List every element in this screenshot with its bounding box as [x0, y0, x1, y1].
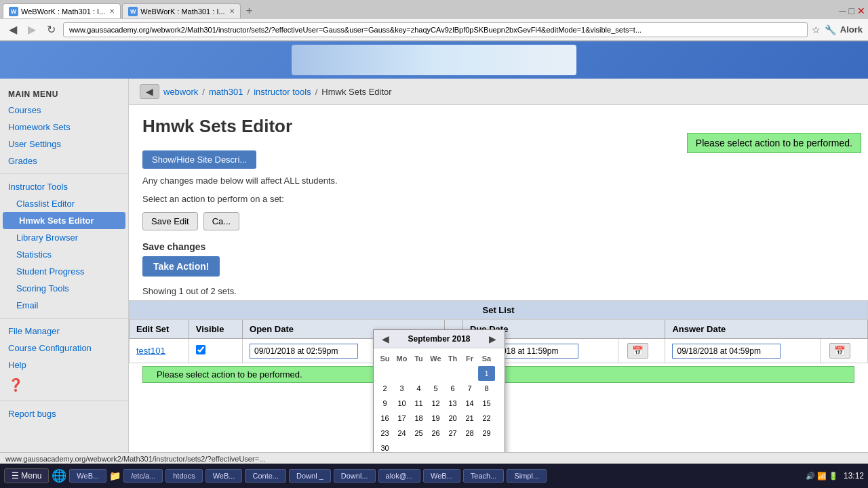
cal-cell-8[interactable]: 8 [478, 381, 495, 396]
save-section: Save changes Take Action! [129, 236, 868, 282]
cancel-button[interactable]: Ca... [203, 212, 239, 230]
take-action-button[interactable]: Take Action! [142, 256, 220, 277]
sidebar-item-library-browser[interactable]: Library Browser [0, 229, 128, 246]
cal-cell-16[interactable]: 16 [376, 411, 393, 426]
breadcrumb-link-instructor-tools[interactable]: instructor tools [254, 87, 311, 97]
cal-cell-2[interactable]: 2 [376, 381, 393, 396]
extensions-button[interactable]: 🔧 [825, 24, 836, 35]
cal-cell-30[interactable]: 30 [376, 441, 393, 452]
cal-cell-22[interactable]: 22 [478, 411, 495, 426]
main-content: ◀ webwork / math301 / instructor tools /… [129, 79, 868, 452]
back-button[interactable]: ◀ [5, 22, 20, 37]
cal-cell-empty [461, 366, 478, 381]
cal-cell-13[interactable]: 13 [444, 396, 461, 411]
taskbar: ☰ Menu 🌐 WeB... 📁 /etc/a... htdocs WeB..… [0, 464, 868, 464]
cal-cell-17[interactable]: 17 [393, 411, 410, 426]
cal-cell-15[interactable]: 15 [478, 396, 495, 411]
cal-cell-25[interactable]: 25 [410, 426, 427, 441]
cal-cell-empty [410, 366, 427, 381]
calendar-week-5: 23 24 25 26 27 28 29 [376, 426, 502, 441]
browser-status-url: www.gaussacademy.org/webwork2/Math301/in… [5, 455, 265, 463]
breadcrumb-sep-3: / [315, 87, 318, 97]
sidebar-item-user-settings[interactable]: User Settings [0, 136, 128, 152]
cal-cell-29[interactable]: 29 [478, 426, 495, 441]
cal-cell-28[interactable]: 28 [461, 426, 478, 441]
table-section-header: Set List [130, 301, 868, 320]
cal-cell-10[interactable]: 10 [393, 396, 410, 411]
sidebar-item-file-manager[interactable]: File Manager [0, 323, 128, 340]
save-changes-title: Save changes [142, 241, 854, 252]
cal-cell-1[interactable]: 1 [478, 366, 495, 381]
answer-date-input[interactable] [672, 344, 781, 359]
sidebar-item-course-config[interactable]: Course Configuration [0, 340, 128, 357]
cal-cell-24[interactable]: 24 [393, 426, 410, 441]
cal-cell-26[interactable]: 26 [427, 426, 444, 441]
bookmark-button[interactable]: ☆ [812, 24, 821, 35]
maximize-button[interactable]: □ [849, 5, 854, 16]
help-icon[interactable]: ❓ [8, 378, 23, 392]
cal-cell-18[interactable]: 18 [410, 411, 427, 426]
reload-button[interactable]: ↻ [43, 22, 59, 37]
cal-cell-12[interactable]: 12 [427, 396, 444, 411]
calendar-prev-button[interactable]: ◀ [379, 333, 392, 344]
calendar-next-button[interactable]: ▶ [486, 333, 499, 344]
sidebar-item-statistics[interactable]: Statistics [0, 246, 128, 263]
cal-header-tu: Tu [410, 351, 427, 366]
breadcrumb-back-button[interactable]: ◀ [140, 84, 159, 99]
sidebar-item-student-progress[interactable]: Student Progress [0, 263, 128, 280]
calendar-week-4: 16 17 18 19 20 21 22 [376, 411, 502, 426]
cal-cell-23[interactable]: 23 [376, 426, 393, 441]
close-browser-button[interactable]: ✕ [857, 5, 865, 16]
sidebar-item-courses[interactable]: Courses [0, 102, 128, 119]
cal-cell-9[interactable]: 9 [376, 396, 393, 411]
sidebar-item-help[interactable]: Help [0, 357, 128, 373]
calendar-week-3: 9 10 11 12 13 14 15 [376, 396, 502, 411]
browser-tab-2[interactable]: W WeBWorK : Math301 : I... ✕ [122, 3, 240, 18]
cal-header-su: Su [376, 351, 393, 366]
cal-cell-27[interactable]: 27 [444, 426, 461, 441]
tab-favicon-2: W [128, 7, 138, 16]
sidebar-item-classlist-editor[interactable]: Classlist Editor [0, 195, 128, 212]
cal-cell-19[interactable]: 19 [427, 411, 444, 426]
tab-close-1[interactable]: ✕ [109, 7, 115, 15]
cal-header-we: We [427, 351, 444, 366]
breadcrumb-link-webwork[interactable]: webwork [163, 87, 198, 97]
address-bar[interactable] [63, 22, 808, 37]
save-edit-button[interactable]: Save Edit [142, 212, 198, 230]
cal-cell-21[interactable]: 21 [461, 411, 478, 426]
cal-cell-6[interactable]: 6 [444, 381, 461, 396]
minimize-button[interactable]: ─ [840, 5, 846, 16]
open-date-input[interactable] [250, 344, 358, 359]
answer-date-calendar-button[interactable]: 📅 [829, 343, 850, 359]
sidebar-item-homework-sets[interactable]: Homework Sets [0, 119, 128, 136]
cal-cell-empty [410, 441, 427, 452]
sidebar-item-email[interactable]: Email [0, 297, 128, 314]
tab-close-2[interactable]: ✕ [229, 7, 235, 15]
breadcrumb-link-math301[interactable]: math301 [209, 87, 243, 97]
set-name-link[interactable]: test101 [136, 346, 165, 356]
cal-cell-20[interactable]: 20 [444, 411, 461, 426]
due-date-calendar-button[interactable]: 📅 [627, 343, 648, 359]
cell-edit-set: test101 [130, 339, 189, 363]
new-tab-button[interactable]: + [242, 5, 256, 17]
forward-button[interactable]: ▶ [24, 22, 39, 37]
cal-cell-5[interactable]: 5 [427, 381, 444, 396]
visible-checkbox[interactable] [196, 345, 205, 354]
cal-cell-3[interactable]: 3 [393, 381, 410, 396]
col-header-edit-set: Edit Set [130, 320, 189, 339]
cal-cell-4[interactable]: 4 [410, 381, 427, 396]
breadcrumb: ◀ webwork / math301 / instructor tools /… [129, 79, 868, 105]
sidebar: MAIN MENU Courses Homework Sets User Set… [0, 79, 129, 452]
sidebar-item-scoring-tools[interactable]: Scoring Tools [0, 280, 128, 297]
sidebar-item-grades[interactable]: Grades [0, 152, 128, 169]
show-hide-button[interactable]: Show/Hide Site Descri... [142, 150, 256, 169]
breadcrumb-current: Hmwk Sets Editor [321, 87, 391, 97]
sidebar-item-hmwk-sets-editor[interactable]: Hmwk Sets Editor [3, 212, 125, 229]
sidebar-item-instructor-tools[interactable]: Instructor Tools [0, 178, 128, 195]
cal-cell-14[interactable]: 14 [461, 396, 478, 411]
browser-tab-1[interactable]: W WeBWorK : Math301 : I... ✕ [3, 3, 121, 18]
cal-cell-7[interactable]: 7 [461, 381, 478, 396]
tab-label-2: WeBWorK : Math301 : I... [140, 7, 224, 16]
sidebar-item-report-bugs[interactable]: Report bugs [0, 405, 128, 422]
cal-cell-11[interactable]: 11 [410, 396, 427, 411]
